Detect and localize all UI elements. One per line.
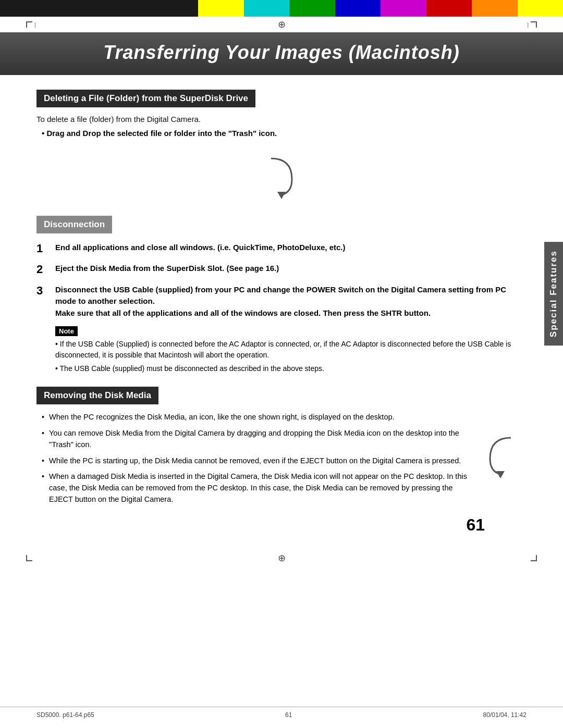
note-item-1-bullet: • <box>55 340 60 348</box>
bullet-4: When a damaged Disk Media is inserted in… <box>42 471 469 505</box>
color-magenta <box>381 0 426 17</box>
crosshair-top-center: ⊕ <box>278 19 286 30</box>
color-red <box>426 0 472 17</box>
section-disconnection-heading: Disconnection <box>36 216 112 233</box>
section-disconnection: Disconnection 1 End all applications and… <box>36 216 527 374</box>
reg-marks-top: | ⊕ | <box>0 17 563 32</box>
step-1-text: End all applications and close all windo… <box>55 242 527 254</box>
color-green <box>289 0 335 17</box>
section-deleting: Deleting a File (Folder) from the SuperD… <box>36 90 527 138</box>
arrow-decoration-1 <box>36 153 527 205</box>
reg-line-right: | <box>527 22 529 28</box>
step-3-number: 3 <box>36 284 52 298</box>
removing-bullets: When the PC recognizes the Disk Media, a… <box>42 412 469 510</box>
step-3-sub1: Make sure that all of the applications a… <box>55 309 431 317</box>
top-bar-colors <box>198 0 563 17</box>
section-deleting-instruction: • Drag and Drop the selected file or fol… <box>42 129 527 138</box>
corner-br <box>531 555 537 561</box>
section-removing: Removing the Disk Media When the PC reco… <box>36 387 527 510</box>
arrow-decoration-2 <box>480 412 527 481</box>
main-content: Special Features Deleting a File (Folder… <box>0 75 563 545</box>
note-item-2-bullet: • <box>55 364 60 373</box>
note-item-2: • The USB Cable (supplied) must be disco… <box>55 363 527 374</box>
corner-tl <box>26 21 32 28</box>
corner-bl <box>26 555 32 561</box>
color-cyan <box>244 0 290 17</box>
svg-marker-0 <box>277 192 286 199</box>
note-section: Note • If the USB Cable (Supplied) is co… <box>55 326 527 374</box>
step-3-main: Disconnect the USB Cable (supplied) from… <box>55 285 506 306</box>
step-2-text: Eject the Disk Media from the SuperDisk … <box>55 263 527 275</box>
footer: SD5000. p61-64.p65 61 80/01/04, 11:42 <box>0 707 563 719</box>
note-item-1: • If the USB Cable (Supplied) is connect… <box>55 339 527 361</box>
corner-tr <box>531 21 537 28</box>
top-bar-black <box>0 0 198 17</box>
bullet-3: While the PC is starting up, the Disk Me… <box>42 455 469 467</box>
section-removing-heading: Removing the Disk Media <box>36 387 158 404</box>
top-color-bar <box>0 0 563 17</box>
svg-marker-1 <box>496 471 505 478</box>
color-blue <box>335 0 381 17</box>
reg-line-left: | <box>34 22 36 28</box>
header-section: Transferring Your Images (Macintosh) <box>0 32 563 75</box>
color-yellow2 <box>518 0 564 17</box>
step-3: 3 Disconnect the USB Cable (supplied) fr… <box>36 284 527 319</box>
color-orange <box>472 0 518 17</box>
step-2: 2 Eject the Disk Media from the SuperDis… <box>36 263 527 276</box>
color-yellow <box>198 0 244 17</box>
section-deleting-heading: Deleting a File (Folder) from the SuperD… <box>36 90 255 107</box>
page-number: 61 <box>36 515 527 535</box>
bullet-2: You can remove Disk Media from the Digit… <box>42 428 469 451</box>
footer-right: 80/01/04, 11:42 <box>483 711 527 719</box>
page-title: Transferring Your Images (Macintosh) <box>31 42 532 64</box>
bullet-1: When the PC recognizes the Disk Media, a… <box>42 412 469 423</box>
reg-marks-bottom: ⊕ <box>0 550 563 568</box>
footer-left: SD5000. p61-64.p65 <box>36 711 94 719</box>
step-1-number: 1 <box>36 242 52 255</box>
step-1: 1 End all applications and close all win… <box>36 242 527 255</box>
step-2-number: 2 <box>36 263 52 276</box>
note-label: Note <box>55 326 78 336</box>
side-tab: Special Features <box>544 242 563 346</box>
crosshair-bottom-center: ⊕ <box>278 552 286 564</box>
section-deleting-intro: To delete a file (folder) from the Digit… <box>36 115 527 124</box>
footer-center: 61 <box>285 711 292 719</box>
